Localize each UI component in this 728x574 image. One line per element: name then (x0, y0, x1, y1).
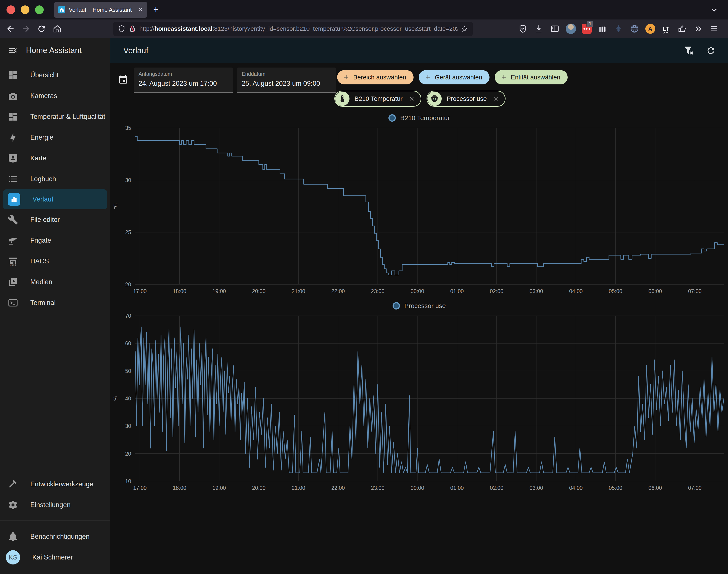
svg-text:18:00: 18:00 (173, 288, 186, 294)
processor-chart[interactable]: 17:0018:0019:0020:0021:0022:0023:0000:00… (111, 308, 728, 494)
hammer-icon (8, 479, 18, 489)
map-account-icon (8, 153, 18, 163)
profile-avatar-icon[interactable] (566, 24, 576, 34)
sidebar-item-einstellungen[interactable]: Einstellungen (0, 495, 110, 515)
end-date-field[interactable]: Enddatum 25. August 2023 um 09:00 (237, 68, 336, 93)
pocket-icon[interactable] (518, 24, 528, 34)
svg-text:35: 35 (125, 125, 131, 131)
bookmark-star-icon[interactable] (461, 25, 468, 33)
languagetool-icon[interactable]: LT (661, 24, 671, 34)
tab-list-chevron-icon[interactable] (710, 5, 719, 15)
url-host: homeassistant.local (155, 25, 213, 32)
sidebar-item-label: Einstellungen (30, 501, 71, 509)
reload-button[interactable] (37, 24, 46, 34)
sidebar-item-verlauf[interactable]: Verlauf (3, 190, 107, 209)
inactive-addon-icon[interactable] (613, 24, 624, 34)
sidebar-collapse-icon[interactable] (8, 45, 18, 56)
select-chip-bereich-ausw-hlen[interactable]: Bereich auswählen (337, 70, 414, 84)
translate-icon[interactable]: A (645, 24, 655, 34)
svg-text:23:00: 23:00 (371, 485, 385, 491)
tab-title: Verlauf – Home Assistant (69, 6, 134, 13)
app-title: Home Assistant (26, 46, 82, 55)
sidebar-item-label: Medien (30, 278, 52, 286)
page-header: Verlauf (111, 38, 728, 63)
sidebar-item-medien[interactable]: Medien (0, 272, 110, 292)
filter-remove-icon[interactable] (684, 46, 694, 56)
chart1-legend[interactable]: B210 Temperatur (111, 114, 728, 122)
overflow-chevron-icon[interactable] (693, 24, 703, 34)
sidebar-item-notifications[interactable]: Benachrichtigungen (0, 526, 110, 547)
sidebar-item-hacs[interactable]: HACSHACS (0, 251, 110, 272)
window-minimize-button[interactable] (21, 5, 30, 14)
start-date-label: Anfangsdatum (138, 71, 228, 77)
entity-chip-b210-temperatur[interactable]: B210 Temperatur (334, 91, 421, 107)
main-content: Verlauf Anfangsdatum 24. August 2023 um … (111, 38, 728, 574)
select-chip-ger-t-ausw-hlen[interactable]: Gerät auswählen (419, 70, 489, 84)
downloads-icon[interactable] (534, 24, 544, 34)
sidebar-item-bersicht[interactable]: Übersicht (0, 65, 110, 85)
back-button[interactable] (6, 24, 15, 34)
svg-text:25: 25 (125, 229, 131, 235)
insecure-lock-icon[interactable] (129, 25, 136, 33)
new-tab-button[interactable]: + (153, 5, 159, 15)
y-axis-title: % (113, 396, 118, 401)
svg-text:05:00: 05:00 (609, 288, 623, 294)
window-zoom-button[interactable] (35, 5, 44, 14)
svg-text:20: 20 (125, 281, 131, 287)
svg-text:HACS: HACS (10, 264, 16, 266)
svg-text:03:00: 03:00 (529, 288, 543, 294)
sidebar-items: ÜbersichtKamerasTemperatur & Luftqualitä… (0, 63, 110, 313)
svg-text:19:00: 19:00 (212, 288, 226, 294)
url-text[interactable]: http://homeassistant.local:8123/history?… (139, 25, 458, 32)
sidebar-item-label: File editor (30, 216, 60, 223)
extension-thumb-icon[interactable] (677, 24, 687, 34)
tab-close-icon[interactable]: ✕ (138, 6, 143, 13)
refresh-icon[interactable] (706, 46, 716, 56)
svg-text:22:00: 22:00 (331, 288, 345, 294)
sidebar-item-kameras[interactable]: Kameras (0, 85, 110, 106)
privacy-fence-icon[interactable] (597, 24, 608, 34)
y-axis-labels: 70605040302010 (125, 313, 131, 484)
entity-chips: B210 Temperatur64Processor use (334, 91, 506, 107)
svg-text:70: 70 (125, 313, 131, 319)
start-date-field[interactable]: Anfangsdatum 24. August 2023 um 17:00 (134, 68, 233, 93)
series-line (135, 136, 724, 275)
window-close-button[interactable] (6, 5, 15, 14)
browser-tab-bar: Verlauf – Home Assistant ✕ + (0, 0, 728, 19)
svg-text:04:00: 04:00 (569, 288, 583, 294)
remove-entity-icon[interactable] (493, 95, 499, 102)
sidebar-item-label: Übersicht (30, 71, 59, 79)
remove-entity-icon[interactable] (409, 95, 415, 102)
select-chip-entit-t-ausw-hlen[interactable]: Entität auswählen (495, 70, 568, 84)
view-dashboard-icon (8, 112, 18, 122)
temperature-chart[interactable]: 17:0018:0019:0020:0021:0022:0023:0000:00… (111, 125, 728, 298)
sidebar-item-terminal[interactable]: Terminal (0, 292, 110, 313)
password-manager-icon[interactable]: 1 (582, 24, 592, 34)
sidebar-item-frigate[interactable]: Frigate (0, 230, 110, 251)
forward-button[interactable] (21, 24, 31, 34)
sidebar-item-logbuch[interactable]: Logbuch (0, 169, 110, 190)
home-button[interactable] (52, 24, 62, 34)
svg-text:01:00: 01:00 (450, 485, 464, 491)
sidebar-item-label: Verlauf (33, 196, 53, 203)
browser-tab[interactable]: Verlauf – Home Assistant ✕ (54, 2, 147, 18)
globe-translate-icon[interactable] (629, 24, 640, 34)
series-line (135, 327, 724, 473)
svg-text:00:00: 00:00 (411, 288, 424, 294)
sidebar-item-entwicklerwerkzeuge[interactable]: Entwicklerwerkzeuge (0, 474, 110, 495)
svg-text:02:00: 02:00 (490, 288, 504, 294)
svg-text:05:00: 05:00 (609, 485, 623, 491)
terminal-icon (8, 298, 18, 308)
sidebar-item-energie[interactable]: Energie (0, 127, 110, 148)
sidebar-item-karte[interactable]: Karte (0, 148, 110, 169)
sidebar-item-label: HACS (30, 257, 49, 265)
menu-hamburger-icon[interactable] (709, 24, 719, 34)
url-path: :8123/history?entity_id=sensor.b210_temp… (213, 25, 458, 32)
sidebar-item-temperatur-luftqualit-t[interactable]: Temperatur & Luftqualität (0, 106, 110, 127)
sidebar-item-file-editor[interactable]: File editor (0, 209, 110, 230)
url-bar[interactable]: http://homeassistant.local:8123/history?… (114, 22, 473, 36)
sidebar-item-profile[interactable]: KS Kai Schmerer (0, 547, 110, 568)
sidebar-toggle-icon[interactable] (550, 24, 560, 34)
tracking-protection-shield-icon[interactable] (118, 25, 126, 33)
entity-chip-processor-use[interactable]: 64Processor use (427, 91, 506, 107)
